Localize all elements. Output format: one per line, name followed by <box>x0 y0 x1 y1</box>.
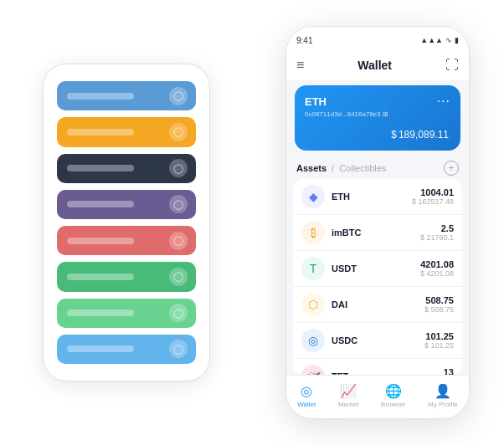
nav-item-profile[interactable]: 👤My Profile <box>428 383 458 408</box>
asset-amounts-imbtc: 2.5$ 21760.1 <box>420 223 454 242</box>
card-item-card-red: ◯ <box>57 226 196 255</box>
card-icon: ◯ <box>169 159 188 177</box>
wifi-icon: ∿ <box>445 36 452 44</box>
wallet-address: 0x08711d3d...8416a78e3 ⊞ <box>305 110 450 118</box>
back-phone: ◯◯◯◯◯◯◯◯ <box>43 64 210 381</box>
battery-icon: ▮ <box>455 36 459 44</box>
card-item-card-purple: ◯ <box>57 190 196 219</box>
card-label <box>67 345 134 352</box>
card-label <box>67 309 134 316</box>
add-asset-button[interactable]: + <box>444 161 459 176</box>
nav-label-wallet: Wallet <box>297 401 316 408</box>
card-label <box>67 238 134 244</box>
wallet-amount: $189,089.11 <box>305 123 450 142</box>
asset-icon-eth: ◆ <box>301 185 325 208</box>
tab-collectibles[interactable]: Collectibles <box>339 163 386 173</box>
asset-row-usdt[interactable]: TUSDT4201.08$ 4201.08 <box>293 251 462 287</box>
asset-amounts-tft: 130 <box>444 367 454 375</box>
asset-icon-usdt: T <box>301 257 325 280</box>
card-item-card-orange: ◯ <box>57 117 196 146</box>
status-icons: ▲▲▲ ∿ ▮ <box>420 36 459 44</box>
asset-icon-tft: 🦋 <box>301 365 325 375</box>
scene: ◯◯◯◯◯◯◯◯ 9:41 ▲▲▲ ∿ ▮ ≡ Wallet ⛶ ETH ···… <box>18 13 486 432</box>
nav-icon-browser: 🌐 <box>385 383 402 399</box>
card-icon: ◯ <box>169 87 188 105</box>
card-icon: ◯ <box>169 195 188 213</box>
asset-row-imbtc[interactable]: ₿imBTC2.5$ 21760.1 <box>293 215 462 251</box>
card-item-card-lightgreen: ◯ <box>57 299 196 328</box>
card-item-card-blue: ◯ <box>57 81 196 110</box>
card-label <box>67 201 134 207</box>
asset-name-dai: DAI <box>332 299 424 309</box>
asset-qty: 101.25 <box>424 331 454 341</box>
card-label <box>67 129 134 136</box>
bottom-nav: ◎Wallet📈Market🌐Browser👤My Profile <box>286 375 469 418</box>
asset-name-eth: ETH <box>332 192 412 202</box>
nav-item-browser[interactable]: 🌐Browser <box>381 383 405 408</box>
nav-label-market: Market <box>338 401 358 408</box>
asset-amounts-usdt: 4201.08$ 4201.08 <box>420 259 454 278</box>
card-icon: ◯ <box>169 304 188 322</box>
asset-usd: $ 162517.48 <box>412 197 454 206</box>
card-icon: ◯ <box>169 340 188 358</box>
menu-icon[interactable]: ≡ <box>296 58 304 73</box>
card-item-card-green: ◯ <box>57 262 196 291</box>
assets-header: Assets / Collectibles + <box>286 156 469 179</box>
nav-icon-market: 📈 <box>340 383 357 399</box>
signal-icon: ▲▲▲ <box>420 36 443 44</box>
card-label <box>67 274 134 280</box>
asset-row-eth[interactable]: ◆ETH1004.01$ 162517.48 <box>293 179 462 215</box>
asset-usd: $ 21760.1 <box>420 233 454 242</box>
status-bar: 9:41 ▲▲▲ ∿ ▮ <box>286 27 469 50</box>
asset-name-usdc: USDC <box>332 335 424 345</box>
assets-tabs: Assets / Collectibles <box>296 163 386 173</box>
asset-usd: $ 508.75 <box>424 305 454 314</box>
nav-label-profile: My Profile <box>428 401 458 408</box>
card-label <box>67 93 134 100</box>
asset-icon-dai: ⬡ <box>301 293 325 316</box>
wallet-menu-dots[interactable]: ··· <box>437 94 450 109</box>
asset-amounts-dai: 508.75$ 508.75 <box>424 295 454 314</box>
card-item-card-dark: ◯ <box>57 154 196 183</box>
nav-item-wallet[interactable]: ◎Wallet <box>297 383 316 408</box>
wallet-coin-label: ETH <box>305 95 327 108</box>
card-icon: ◯ <box>169 232 188 250</box>
asset-amounts-eth: 1004.01$ 162517.48 <box>412 187 454 206</box>
card-item-card-lightblue: ◯ <box>57 335 196 364</box>
asset-row-tft[interactable]: 🦋TFT130 <box>293 359 462 375</box>
assets-list: ◆ETH1004.01$ 162517.48₿imBTC2.5$ 21760.1… <box>293 179 462 375</box>
expand-icon[interactable]: ⛶ <box>445 58 459 73</box>
asset-row-usdc[interactable]: ◎USDC101.25$ 101.25 <box>293 323 462 359</box>
nav-item-market[interactable]: 📈Market <box>338 383 358 408</box>
asset-qty: 2.5 <box>420 223 454 233</box>
wallet-card-top: ETH ··· <box>305 94 450 109</box>
wallet-value: 189,089.11 <box>399 129 449 141</box>
wallet-card: ETH ··· 0x08711d3d...8416a78e3 ⊞ $189,08… <box>295 85 460 151</box>
header-title: Wallet <box>357 59 392 72</box>
status-time: 9:41 <box>296 36 312 45</box>
phone-header: ≡ Wallet ⛶ <box>286 50 469 80</box>
asset-row-dai[interactable]: ⬡DAI508.75$ 508.75 <box>293 287 462 323</box>
card-label <box>67 165 134 171</box>
asset-icon-imbtc: ₿ <box>301 221 325 244</box>
front-phone: 9:41 ▲▲▲ ∿ ▮ ≡ Wallet ⛶ ETH ··· 0x08711d… <box>285 26 470 419</box>
asset-usd: $ 101.25 <box>424 341 454 350</box>
currency-symbol: $ <box>391 129 397 141</box>
asset-name-imbtc: imBTC <box>332 228 420 238</box>
tab-slash: / <box>332 163 334 173</box>
card-icon: ◯ <box>169 123 188 141</box>
asset-icon-usdc: ◎ <box>301 329 325 352</box>
asset-usd: $ 4201.08 <box>420 269 454 278</box>
asset-qty: 4201.08 <box>420 259 454 269</box>
card-icon: ◯ <box>169 268 188 286</box>
asset-qty: 13 <box>444 367 454 375</box>
asset-qty: 508.75 <box>424 295 454 305</box>
nav-icon-wallet: ◎ <box>301 383 312 399</box>
nav-icon-profile: 👤 <box>435 383 451 399</box>
tab-assets[interactable]: Assets <box>296 163 327 173</box>
nav-label-browser: Browser <box>381 401 405 408</box>
asset-qty: 1004.01 <box>412 187 454 197</box>
asset-name-usdt: USDT <box>332 263 420 274</box>
asset-amounts-usdc: 101.25$ 101.25 <box>424 331 454 350</box>
